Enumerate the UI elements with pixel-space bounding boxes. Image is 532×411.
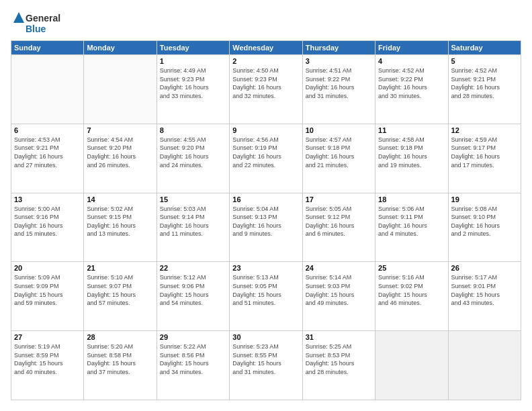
calendar-cell xyxy=(375,331,448,400)
day-info: Sunrise: 5:02 AM Sunset: 9:15 PM Dayligh… xyxy=(87,205,153,238)
day-info: Sunrise: 5:05 AM Sunset: 9:12 PM Dayligh… xyxy=(306,205,372,238)
day-number: 6 xyxy=(14,126,81,134)
calendar-cell: 23Sunrise: 5:13 AM Sunset: 9:05 PM Dayli… xyxy=(230,262,302,331)
day-info: Sunrise: 4:55 AM Sunset: 9:20 PM Dayligh… xyxy=(160,136,226,169)
calendar-week-2: 6Sunrise: 4:53 AM Sunset: 9:21 PM Daylig… xyxy=(11,124,521,193)
day-info: Sunrise: 5:25 AM Sunset: 8:53 PM Dayligh… xyxy=(306,342,372,376)
calendar-cell: 14Sunrise: 5:02 AM Sunset: 9:15 PM Dayli… xyxy=(84,193,157,262)
day-number: 19 xyxy=(451,195,518,203)
day-info: Sunrise: 5:03 AM Sunset: 9:14 PM Dayligh… xyxy=(160,205,226,238)
calendar-cell: 4Sunrise: 4:52 AM Sunset: 9:22 PM Daylig… xyxy=(375,55,448,124)
day-number: 9 xyxy=(232,126,299,134)
calendar-header-tuesday: Tuesday xyxy=(157,41,229,55)
day-info: Sunrise: 5:12 AM Sunset: 9:06 PM Dayligh… xyxy=(160,273,226,307)
day-number: 16 xyxy=(232,195,299,203)
calendar-cell: 8Sunrise: 4:55 AM Sunset: 9:20 PM Daylig… xyxy=(157,124,229,193)
calendar-cell: 2Sunrise: 4:50 AM Sunset: 9:23 PM Daylig… xyxy=(230,55,302,124)
calendar-cell: 28Sunrise: 5:20 AM Sunset: 8:58 PM Dayli… xyxy=(84,331,157,400)
calendar-cell: 31Sunrise: 5:25 AM Sunset: 8:53 PM Dayli… xyxy=(302,331,375,400)
day-info: Sunrise: 4:56 AM Sunset: 9:19 PM Dayligh… xyxy=(232,136,299,169)
day-info: Sunrise: 5:17 AM Sunset: 9:01 PM Dayligh… xyxy=(451,273,518,307)
calendar-cell xyxy=(11,55,84,124)
day-info: Sunrise: 4:52 AM Sunset: 9:22 PM Dayligh… xyxy=(378,66,445,100)
day-number: 13 xyxy=(14,195,81,203)
calendar-cell: 18Sunrise: 5:06 AM Sunset: 9:11 PM Dayli… xyxy=(375,193,448,262)
day-number: 30 xyxy=(232,333,299,341)
calendar-header-monday: Monday xyxy=(84,41,157,55)
logo: GeneralBlue xyxy=(11,11,64,35)
day-number: 15 xyxy=(160,195,226,203)
day-number: 23 xyxy=(232,264,299,272)
day-info: Sunrise: 5:06 AM Sunset: 9:11 PM Dayligh… xyxy=(378,205,445,238)
calendar-week-5: 27Sunrise: 5:19 AM Sunset: 8:59 PM Dayli… xyxy=(11,331,521,400)
day-info: Sunrise: 4:59 AM Sunset: 9:17 PM Dayligh… xyxy=(451,136,518,169)
day-info: Sunrise: 5:13 AM Sunset: 9:05 PM Dayligh… xyxy=(232,273,299,307)
day-number: 4 xyxy=(378,57,445,65)
calendar-cell: 3Sunrise: 4:51 AM Sunset: 9:22 PM Daylig… xyxy=(302,55,375,124)
calendar-header-friday: Friday xyxy=(375,41,448,55)
calendar-cell: 13Sunrise: 5:00 AM Sunset: 9:16 PM Dayli… xyxy=(11,193,84,262)
day-info: Sunrise: 5:23 AM Sunset: 8:55 PM Dayligh… xyxy=(232,342,299,376)
day-info: Sunrise: 4:52 AM Sunset: 9:21 PM Dayligh… xyxy=(451,66,518,100)
day-info: Sunrise: 4:54 AM Sunset: 9:20 PM Dayligh… xyxy=(87,136,153,169)
calendar-header-row: SundayMondayTuesdayWednesdayThursdayFrid… xyxy=(11,41,521,55)
day-info: Sunrise: 5:20 AM Sunset: 8:58 PM Dayligh… xyxy=(87,342,153,376)
day-number: 12 xyxy=(451,126,518,134)
calendar-cell: 5Sunrise: 4:52 AM Sunset: 9:21 PM Daylig… xyxy=(448,55,521,124)
calendar-table: SundayMondayTuesdayWednesdayThursdayFrid… xyxy=(11,40,521,400)
day-number: 27 xyxy=(14,333,81,341)
day-info: Sunrise: 4:49 AM Sunset: 9:23 PM Dayligh… xyxy=(160,66,226,100)
calendar-cell: 20Sunrise: 5:09 AM Sunset: 9:09 PM Dayli… xyxy=(11,262,84,331)
day-info: Sunrise: 4:50 AM Sunset: 9:23 PM Dayligh… xyxy=(232,66,299,100)
day-info: Sunrise: 5:19 AM Sunset: 8:59 PM Dayligh… xyxy=(14,342,81,376)
day-number: 10 xyxy=(306,126,372,134)
calendar-cell: 19Sunrise: 5:08 AM Sunset: 9:10 PM Dayli… xyxy=(448,193,521,262)
day-info: Sunrise: 5:22 AM Sunset: 8:56 PM Dayligh… xyxy=(160,342,226,376)
calendar-cell xyxy=(448,331,521,400)
day-number: 11 xyxy=(378,126,445,134)
page: GeneralBlue SundayMondayTuesdayWednesday… xyxy=(0,0,532,411)
calendar-cell: 30Sunrise: 5:23 AM Sunset: 8:55 PM Dayli… xyxy=(230,331,302,400)
day-number: 20 xyxy=(14,264,81,272)
day-info: Sunrise: 5:16 AM Sunset: 9:02 PM Dayligh… xyxy=(378,273,445,307)
svg-text:General: General xyxy=(26,13,60,24)
day-number: 5 xyxy=(451,57,518,65)
calendar-cell: 22Sunrise: 5:12 AM Sunset: 9:06 PM Dayli… xyxy=(157,262,229,331)
calendar-week-1: 1Sunrise: 4:49 AM Sunset: 9:23 PM Daylig… xyxy=(11,55,521,124)
day-number: 17 xyxy=(306,195,372,203)
day-number: 8 xyxy=(160,126,226,134)
calendar-cell: 29Sunrise: 5:22 AM Sunset: 8:56 PM Dayli… xyxy=(157,331,229,400)
calendar-cell: 9Sunrise: 4:56 AM Sunset: 9:19 PM Daylig… xyxy=(230,124,302,193)
day-info: Sunrise: 5:04 AM Sunset: 9:13 PM Dayligh… xyxy=(232,205,299,238)
day-info: Sunrise: 4:53 AM Sunset: 9:21 PM Dayligh… xyxy=(14,136,81,169)
calendar-cell: 10Sunrise: 4:57 AM Sunset: 9:18 PM Dayli… xyxy=(302,124,375,193)
calendar-header-thursday: Thursday xyxy=(302,41,375,55)
day-number: 2 xyxy=(232,57,299,65)
day-number: 14 xyxy=(87,195,153,203)
calendar-cell xyxy=(84,55,157,124)
day-info: Sunrise: 5:08 AM Sunset: 9:10 PM Dayligh… xyxy=(451,205,518,238)
calendar-header-wednesday: Wednesday xyxy=(230,41,302,55)
day-number: 28 xyxy=(87,333,153,341)
day-info: Sunrise: 4:58 AM Sunset: 9:18 PM Dayligh… xyxy=(378,136,445,169)
day-number: 18 xyxy=(378,195,445,203)
calendar-cell: 16Sunrise: 5:04 AM Sunset: 9:13 PM Dayli… xyxy=(230,193,302,262)
calendar-cell: 6Sunrise: 4:53 AM Sunset: 9:21 PM Daylig… xyxy=(11,124,84,193)
day-number: 31 xyxy=(306,333,372,341)
calendar-cell: 11Sunrise: 4:58 AM Sunset: 9:18 PM Dayli… xyxy=(375,124,448,193)
calendar-cell: 15Sunrise: 5:03 AM Sunset: 9:14 PM Dayli… xyxy=(157,193,229,262)
day-number: 24 xyxy=(306,264,372,272)
header: GeneralBlue xyxy=(11,11,521,35)
day-number: 7 xyxy=(87,126,153,134)
day-number: 26 xyxy=(451,264,518,272)
day-info: Sunrise: 5:14 AM Sunset: 9:03 PM Dayligh… xyxy=(306,273,372,307)
calendar-cell: 12Sunrise: 4:59 AM Sunset: 9:17 PM Dayli… xyxy=(448,124,521,193)
day-number: 1 xyxy=(160,57,226,65)
calendar-week-4: 20Sunrise: 5:09 AM Sunset: 9:09 PM Dayli… xyxy=(11,262,521,331)
calendar-cell: 21Sunrise: 5:10 AM Sunset: 9:07 PM Dayli… xyxy=(84,262,157,331)
svg-marker-0 xyxy=(13,12,24,23)
day-info: Sunrise: 5:10 AM Sunset: 9:07 PM Dayligh… xyxy=(87,273,153,307)
day-info: Sunrise: 4:57 AM Sunset: 9:18 PM Dayligh… xyxy=(306,136,372,169)
day-number: 25 xyxy=(378,264,445,272)
day-number: 3 xyxy=(306,57,372,65)
